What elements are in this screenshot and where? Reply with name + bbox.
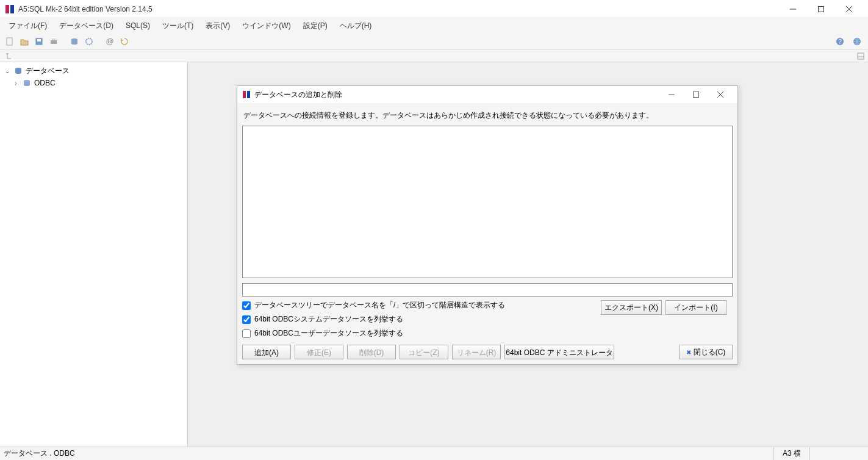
app-icon: [242, 90, 251, 99]
svg-rect-1: [10, 5, 14, 13]
db-settings-icon[interactable]: [83, 35, 95, 48]
pin-icon: ✖: [686, 349, 691, 356]
menu-database[interactable]: データベース(D): [53, 18, 120, 34]
maximize-button[interactable]: [807, 0, 835, 18]
check-tree-label: データベースツリーでデータベース名を「/」で区切って階層構造で表示する: [254, 300, 505, 311]
save-icon[interactable]: [33, 35, 45, 48]
print-icon[interactable]: [48, 35, 60, 48]
close-dialog-button[interactable]: ✖ 閉じる(C): [679, 345, 733, 359]
tree-collapse-icon[interactable]: [4, 51, 13, 61]
help-icon[interactable]: ?: [834, 35, 846, 48]
globe-icon[interactable]: [851, 35, 863, 48]
svg-rect-29: [694, 92, 699, 98]
svg-rect-8: [37, 39, 41, 41]
dialog-titlebar[interactable]: データベースの追加と削除: [237, 86, 737, 103]
minimize-button[interactable]: [779, 0, 807, 18]
copy-button: コピー(Z): [400, 345, 448, 359]
menu-help[interactable]: ヘルプ(H): [334, 18, 378, 34]
dialog-minimize-button[interactable]: [659, 87, 684, 102]
db-tree[interactable]: ⌄ データベース › ODBC: [0, 62, 187, 92]
add-remove-db-dialog: データベースの追加と削除 データベースへの接続情報を登録します。データベースはあ…: [237, 85, 738, 365]
menu-window[interactable]: ウインドウ(W): [236, 18, 296, 34]
check-tree-hierarchy[interactable]: [242, 301, 251, 310]
at-icon[interactable]: @: [104, 35, 116, 48]
status-page-size: A3 横: [773, 447, 809, 460]
menu-sql[interactable]: SQL(S): [120, 19, 156, 32]
tree-child-label: ODBC: [34, 79, 56, 87]
window-title: A5:SQL Mk-2 64bit edition Version 2.14.5: [18, 5, 779, 13]
add-button[interactable]: 追加(A): [242, 345, 291, 359]
svg-point-14: [86, 38, 92, 45]
db-listbox[interactable]: [242, 126, 733, 278]
svg-rect-26: [243, 91, 246, 98]
svg-text:?: ?: [838, 38, 842, 45]
refresh-icon[interactable]: [118, 35, 131, 48]
svg-rect-6: [7, 38, 12, 45]
db-connect-icon[interactable]: [68, 35, 81, 48]
check-odbc-system[interactable]: [242, 315, 251, 324]
statusbar: データベース . ODBC A3 横: [0, 447, 868, 460]
dialog-maximize-button[interactable]: [684, 87, 708, 102]
main-titlebar: A5:SQL Mk-2 64bit edition Version 2.14.5: [0, 0, 868, 18]
sidebar: ⌄ データベース › ODBC: [0, 62, 188, 447]
svg-rect-3: [819, 6, 824, 12]
toolbar: @ ?: [0, 33, 868, 50]
menubar: ファイル(F) データベース(D) SQL(S) ツール(T) 表示(V) ウイ…: [0, 18, 868, 33]
delete-button: 削除(D): [347, 345, 396, 359]
svg-rect-9: [51, 40, 57, 44]
odbc-admin-button[interactable]: 64bit ODBC アドミニストレータ: [504, 345, 614, 359]
svg-rect-0: [5, 5, 9, 13]
close-dialog-label: 閉じる(C): [694, 347, 726, 358]
panel-toggle-icon[interactable]: [856, 51, 866, 61]
menu-file[interactable]: ファイル(F): [2, 18, 53, 34]
check-odbc-user-label: 64bit ODBCユーザーデータソースを列挙する: [254, 328, 403, 339]
expander-icon[interactable]: ⌄: [4, 68, 11, 74]
open-icon[interactable]: [18, 35, 30, 48]
tree-child-odbc[interactable]: › ODBC: [2, 77, 185, 89]
check-odbc-user[interactable]: [242, 329, 251, 338]
svg-point-22: [15, 71, 21, 74]
svg-point-25: [24, 84, 30, 86]
tree-root[interactable]: ⌄ データベース: [2, 65, 185, 77]
export-button[interactable]: エクスポート(X): [601, 300, 662, 315]
dialog-title: データベースの追加と削除: [254, 90, 659, 100]
svg-rect-27: [247, 91, 250, 98]
tree-root-label: データベース: [26, 66, 70, 76]
dialog-description: データベースへの接続情報を登録します。データベースはあらかじめ作成され接続できる…: [242, 108, 733, 126]
menu-view[interactable]: 表示(V): [199, 18, 236, 34]
edit-button: 修正(E): [295, 345, 343, 359]
check-odbc-system-label: 64bit ODBCシステムデータソースを列挙する: [254, 314, 403, 325]
odbc-icon: [22, 78, 32, 88]
svg-rect-10: [52, 38, 56, 40]
menu-settings[interactable]: 設定(P): [297, 18, 334, 34]
svg-point-13: [71, 42, 77, 45]
svg-rect-18: [858, 53, 864, 59]
db-name-input[interactable]: [242, 283, 733, 296]
expander-icon[interactable]: ›: [12, 80, 20, 87]
database-group-icon: [13, 66, 23, 76]
app-icon: [5, 4, 15, 14]
status-empty: [809, 447, 864, 460]
dialog-close-button[interactable]: [708, 87, 733, 102]
new-icon[interactable]: [4, 35, 16, 48]
import-button[interactable]: インポート(I): [665, 300, 726, 315]
rename-button: リネーム(R): [452, 345, 501, 359]
sub-toolbar: [0, 50, 868, 62]
menu-tool[interactable]: ツール(T): [156, 18, 199, 34]
status-left: データベース . ODBC: [4, 448, 773, 459]
close-button[interactable]: [835, 0, 863, 18]
